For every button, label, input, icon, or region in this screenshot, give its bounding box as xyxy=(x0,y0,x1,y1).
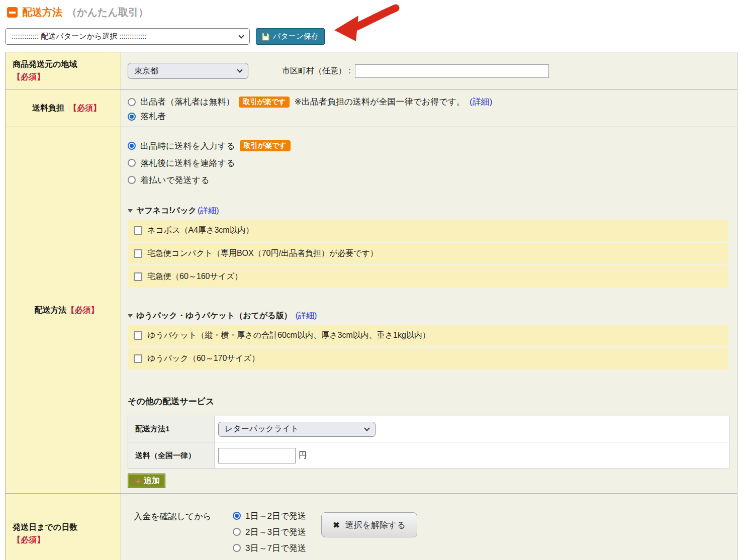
shipping-days-required-badge: 【必須】 xyxy=(13,534,121,546)
prefecture-select[interactable]: 東京都 xyxy=(128,63,248,79)
plus-icon: ＋ xyxy=(133,477,142,486)
radio-cash-on-delivery[interactable] xyxy=(128,176,136,184)
shipping-form-table: 商品発送元の地域 【必須】 東京都 市区町村（任意） : 送料負担 【必須】 xyxy=(5,52,737,560)
carrier-select-value: レターパックライト xyxy=(225,424,299,434)
checkbox-row-yupack[interactable]: ゆうパック（60～170サイズ） xyxy=(128,348,728,369)
shipping-days-row: 発送日までの日数 【必須】 入金を確認してから 1日～2日で発送 2日～3日で発… xyxy=(6,494,737,560)
red-arrow-annotation-save xyxy=(329,2,402,43)
radio-1-2-days-label: 1日～2日で発送 xyxy=(245,510,306,522)
pattern-save-label: パターン保存 xyxy=(273,32,319,41)
shipping-days-options: 1日～2日で発送 2日～3日で発送 3日～7日で発送 xyxy=(233,508,306,556)
yupack-detail-link[interactable]: (詳細) xyxy=(296,311,317,321)
shipping-days-label-cell: 発送日までの日数 【必須】 xyxy=(6,494,121,560)
origin-region-required-badge: 【必須】 xyxy=(13,71,121,83)
yupack-checkbox[interactable] xyxy=(134,354,142,363)
collapse-minus-icon[interactable] xyxy=(7,7,18,18)
radio-seller-pays-label: 出品者（落札者は無料） xyxy=(140,96,234,108)
shipping-days-label: 発送日までの日数 xyxy=(13,521,121,534)
yupack-options: ゆうパケット（縦・横・厚さの合計60cm以内、厚さ3cm以内、重さ1kg以内） … xyxy=(128,325,728,369)
takkyubin-compact-checkbox[interactable] xyxy=(134,249,142,258)
radio-fee-at-listing[interactable] xyxy=(128,142,136,150)
origin-region-content-cell: 東京都 市区町村（任意） : xyxy=(121,52,737,89)
origin-region-label: 商品発送元の地域 xyxy=(13,58,121,71)
pattern-save-button[interactable]: パターン保存 xyxy=(256,28,325,45)
yupack-section-header: ゆうパック・ゆうパケット（おてがる版） (詳細) xyxy=(128,311,737,321)
chevron-down-icon xyxy=(364,425,369,431)
yafuneko-section-header: ヤフネコ!パック (詳細) xyxy=(128,206,737,216)
seller-pays-detail-link[interactable]: (詳細) xyxy=(470,96,492,108)
radio-buyer-pays[interactable] xyxy=(128,113,136,121)
checkbox-row-nekoposu[interactable]: ネコポス（A4厚さ3cm以内） xyxy=(128,220,728,241)
add-button-label: 追加 xyxy=(144,476,160,486)
easy-transaction-badge: 取引が楽です xyxy=(240,140,291,151)
city-input[interactable] xyxy=(355,64,549,78)
radio-2-3-days-label: 2日～3日で発送 xyxy=(245,526,306,538)
yafuneko-detail-link[interactable]: (詳細) xyxy=(198,206,219,216)
yupack-section-title: ゆうパック・ゆうパケット（おてがる版） xyxy=(136,311,292,321)
radio-fee-at-listing-label: 出品時に送料を入力する xyxy=(140,140,235,152)
radio-seller-pays[interactable] xyxy=(128,98,136,106)
radio-2-3-days[interactable] xyxy=(233,528,241,536)
radio-cash-on-delivery-label: 着払いで発送する xyxy=(140,174,210,186)
page-title: 配送方法 xyxy=(22,6,62,19)
radio-3-7-days[interactable] xyxy=(233,544,241,552)
chevron-down-icon xyxy=(238,33,244,38)
page-title-suffix: （かんたん取引） xyxy=(67,6,148,19)
shipping-method-required-badge: 【必須】 xyxy=(67,304,99,317)
yafuneko-options: ネコポス（A4厚さ3cm以内） 宅急便コンパクト（専用BOX（70円/出品者負担… xyxy=(128,220,728,288)
shipping-method-content-cell: 出品時に送料を入力する 取引が楽です 落札後に送料を連絡する 着払いで発送する … xyxy=(121,127,737,493)
fee-burden-required-badge: 【必須】 xyxy=(69,102,101,115)
yen-unit-label: 円 xyxy=(299,450,307,461)
fee-burden-row: 送料負担 【必須】 出品者（落札者は無料） 取引が楽です ※出品者負担の送料が全… xyxy=(6,90,737,127)
other-method-label: 配送方法1 xyxy=(128,416,215,442)
section-header: 配送方法 （かんたん取引） xyxy=(7,6,148,19)
other-services-heading: その他の配送サービス xyxy=(128,396,737,407)
prefecture-select-value: 東京都 xyxy=(134,66,158,76)
radio-buyer-pays-label: 落札者 xyxy=(140,111,166,122)
takkyubin-checkbox[interactable] xyxy=(134,272,142,281)
shipping-method-label-cell: 配送方法 【必須】 xyxy=(6,127,121,493)
shipping-pattern-select-value: ::::::::::::: 配送パターンから選択 ::::::::::::: xyxy=(12,32,146,41)
seller-pays-note: ※出品者負担の送料が全国一律でお得です。 xyxy=(294,96,465,108)
pattern-bar: ::::::::::::: 配送パターンから選択 ::::::::::::: パ… xyxy=(5,28,325,45)
fee-burden-label: 送料負担 xyxy=(32,102,64,115)
other-fee-row: 送料（全国一律） 円 xyxy=(128,442,729,469)
add-shipping-method-button[interactable]: ＋ 追加 xyxy=(128,474,165,488)
shipping-method-label: 配送方法 xyxy=(35,304,67,317)
city-label: 市区町村（任意） : xyxy=(282,66,351,76)
takkyubin-label: 宅急便（60～160サイズ） xyxy=(147,271,243,282)
origin-region-row: 商品発送元の地域 【必須】 東京都 市区町村（任意） : xyxy=(6,52,737,90)
radio-fee-after-auction[interactable] xyxy=(128,159,136,167)
carrier-select[interactable]: レターパックライト xyxy=(218,422,376,437)
flat-fee-input[interactable] xyxy=(218,448,296,463)
payment-confirm-prefix: 入金を確認してから xyxy=(134,511,212,522)
checkbox-row-takkyubin[interactable]: 宅急便（60～160サイズ） xyxy=(128,266,728,288)
radio-1-2-days[interactable] xyxy=(233,512,241,520)
clear-selection-label: 選択を解除する xyxy=(345,519,406,531)
checkbox-row-takkyubin-compact[interactable]: 宅急便コンパクト（専用BOX（70円/出品者負担）が必要です） xyxy=(128,243,728,264)
shipping-pattern-select[interactable]: ::::::::::::: 配送パターンから選択 ::::::::::::: xyxy=(5,28,250,45)
other-services-table: 配送方法1 レターパックライト 送料（全国一律） 円 xyxy=(128,416,729,469)
origin-region-label-cell: 商品発送元の地域 【必須】 xyxy=(6,52,121,89)
other-method-row: 配送方法1 レターパックライト xyxy=(128,416,729,442)
triangle-down-icon xyxy=(128,314,133,318)
yafuneko-section-title: ヤフネコ!パック xyxy=(136,206,197,216)
radio-fee-after-auction-label: 落札後に送料を連絡する xyxy=(140,157,235,169)
fee-burden-content-cell: 出品者（落札者は無料） 取引が楽です ※出品者負担の送料が全国一律でお得です。 … xyxy=(121,90,737,127)
nekoposu-label: ネコポス（A4厚さ3cm以内） xyxy=(147,225,254,236)
easy-transaction-badge: 取引が楽です xyxy=(239,97,290,108)
nekoposu-checkbox[interactable] xyxy=(134,226,142,235)
radio-3-7-days-label: 3日～7日で発送 xyxy=(245,542,306,554)
floppy-disk-icon xyxy=(262,33,269,41)
checkbox-row-yupacket[interactable]: ゆうパケット（縦・横・厚さの合計60cm以内、厚さ3cm以内、重さ1kg以内） xyxy=(128,325,728,346)
triangle-down-icon xyxy=(128,209,133,213)
yupacket-label: ゆうパケット（縦・横・厚さの合計60cm以内、厚さ3cm以内、重さ1kg以内） xyxy=(147,330,430,341)
shipping-method-row: 配送方法 【必須】 出品時に送料を入力する 取引が楽です 落札後に送料を連絡する… xyxy=(6,127,737,494)
chevron-down-icon xyxy=(237,67,242,72)
takkyubin-compact-label: 宅急便コンパクト（専用BOX（70円/出品者負担）が必要です） xyxy=(147,248,378,259)
fee-burden-label-cell: 送料負担 【必須】 xyxy=(6,90,121,127)
yupacket-checkbox[interactable] xyxy=(134,331,142,340)
other-fee-label: 送料（全国一律） xyxy=(128,442,215,469)
x-icon: ✖ xyxy=(333,520,339,530)
clear-selection-button[interactable]: ✖ 選択を解除する xyxy=(321,512,417,537)
